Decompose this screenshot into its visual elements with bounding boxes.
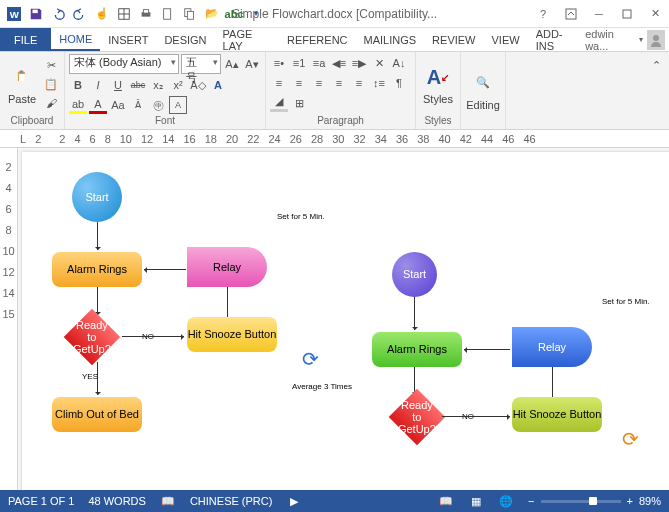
language[interactable]: CHINESE (PRC) — [190, 495, 273, 507]
align-right-icon[interactable]: ≡ — [310, 74, 328, 92]
table-icon[interactable] — [114, 4, 134, 24]
cut-icon[interactable]: ✂ — [42, 56, 60, 74]
minimize-icon[interactable]: ─ — [585, 2, 613, 26]
font-color-icon[interactable]: A — [89, 96, 107, 114]
user-name[interactable]: edwin wa... — [585, 28, 635, 52]
macro-icon[interactable]: ▶ — [286, 493, 302, 509]
font-size-select[interactable]: 五号 — [181, 54, 221, 74]
strike-button[interactable]: abc — [129, 76, 147, 94]
group-paragraph: ≡• ≡1 ≡a ◀≡ ≡▶ ✕ A↓ ≡ ≡ ≡ ≡ ≡ ↕≡ ¶ ◢ ⊞ — [266, 52, 416, 129]
copy-icon[interactable] — [180, 4, 200, 24]
tab-references[interactable]: REFERENC — [279, 28, 356, 51]
change-case-icon[interactable]: Aa — [109, 96, 127, 114]
paste-icon — [8, 63, 36, 91]
collapse-ribbon-icon[interactable]: ⌃ — [647, 56, 665, 74]
tab-review[interactable]: REVIEW — [424, 28, 483, 51]
svg-rect-16 — [19, 74, 25, 81]
highlight-icon[interactable]: ab — [69, 96, 87, 114]
font-family-select[interactable]: 宋体 (Body Asian) — [69, 54, 179, 74]
increase-indent-icon[interactable]: ≡▶ — [350, 54, 368, 72]
multilevel-icon[interactable]: ≡a — [310, 54, 328, 72]
line-spacing-icon[interactable]: ↕≡ — [370, 74, 388, 92]
quick-print-icon[interactable] — [136, 4, 156, 24]
help-icon[interactable]: ? — [529, 2, 557, 26]
undo-icon[interactable] — [48, 4, 68, 24]
bold-button[interactable]: B — [69, 76, 87, 94]
document-canvas[interactable]: Simple Flow Chart Start Alarm Rings Rela… — [18, 148, 669, 490]
save-icon[interactable] — [26, 4, 46, 24]
tab-addins[interactable]: ADD-INS — [528, 28, 586, 51]
text-effects-icon[interactable]: A — [209, 76, 227, 94]
enclose-icon[interactable]: ㊥ — [149, 96, 167, 114]
tab-view[interactable]: VIEW — [484, 28, 528, 51]
justify-icon[interactable]: ≡ — [330, 74, 348, 92]
align-center-icon[interactable]: ≡ — [290, 74, 308, 92]
sort-icon[interactable]: A↓ — [390, 54, 408, 72]
print-layout-icon[interactable]: ▦ — [468, 493, 484, 509]
tab-file[interactable]: FILE — [0, 28, 51, 51]
subscript-button[interactable]: x₂ — [149, 76, 167, 94]
touch-icon[interactable]: ☝ — [92, 4, 112, 24]
refresh-icon: ⟳ — [302, 347, 319, 371]
distributed-icon[interactable]: ≡ — [350, 74, 368, 92]
word-count[interactable]: 48 WORDS — [88, 495, 145, 507]
arrow — [227, 287, 228, 317]
shading-icon[interactable]: ◢ — [270, 94, 288, 112]
underline-button[interactable]: U — [109, 76, 127, 94]
redo-icon[interactable] — [70, 4, 90, 24]
zoom-level[interactable]: 89% — [639, 495, 661, 507]
phonetic-icon[interactable]: A̋ — [129, 96, 147, 114]
web-layout-icon[interactable]: 🌐 — [498, 493, 514, 509]
bullets-icon[interactable]: ≡• — [270, 54, 288, 72]
numbering-icon[interactable]: ≡1 — [290, 54, 308, 72]
open-icon[interactable]: 📂 — [202, 4, 222, 24]
fc1-relay: Relay — [187, 247, 267, 287]
arrow — [97, 287, 98, 315]
group-editing: 🔍 Editing — [461, 52, 505, 129]
zoom-out-button[interactable]: − — [528, 495, 534, 507]
avatar[interactable] — [647, 30, 665, 50]
align-left-icon[interactable]: ≡ — [270, 74, 288, 92]
paste-button[interactable]: Paste — [4, 54, 40, 114]
tab-mailings[interactable]: MAILINGS — [356, 28, 425, 51]
char-border-icon[interactable]: A — [169, 96, 187, 114]
svg-rect-12 — [623, 10, 631, 18]
vertical-ruler[interactable]: 246810121415 — [0, 148, 18, 490]
page-indicator[interactable]: PAGE 1 OF 1 — [8, 495, 74, 507]
shrink-font-icon[interactable]: A▾ — [243, 55, 261, 73]
find-icon: 🔍 — [469, 69, 497, 97]
editing-group-label — [465, 125, 501, 127]
tab-home[interactable]: HOME — [51, 28, 100, 51]
read-mode-icon[interactable]: 📖 — [438, 493, 454, 509]
svg-rect-7 — [143, 9, 148, 13]
arrow — [97, 222, 98, 250]
tab-insert[interactable]: INSERT — [100, 28, 156, 51]
horizontal-ruler[interactable]: L224681012141618202224262830323436384042… — [0, 130, 669, 148]
zoom-in-button[interactable]: + — [627, 495, 633, 507]
fc2-start: Start — [392, 252, 437, 297]
asian-layout-icon[interactable]: ✕ — [370, 54, 388, 72]
format-painter-icon[interactable]: 🖌 — [42, 94, 60, 112]
fc1-set: Set for 5 Min. — [277, 212, 325, 221]
decrease-indent-icon[interactable]: ◀≡ — [330, 54, 348, 72]
word-icon[interactable]: W — [4, 4, 24, 24]
borders-icon[interactable]: ⊞ — [290, 94, 308, 112]
ribbon-collapse-icon[interactable] — [557, 2, 585, 26]
grow-font-icon[interactable]: A▴ — [223, 55, 241, 73]
copy-icon[interactable]: 📋 — [42, 75, 60, 93]
superscript-button[interactable]: x² — [169, 76, 187, 94]
svg-text:W: W — [10, 8, 20, 19]
fc1-alarm: Alarm Rings — [52, 252, 142, 287]
zoom-slider[interactable] — [541, 500, 621, 503]
styles-button[interactable]: A↙ Styles — [420, 54, 456, 114]
editing-button[interactable]: 🔍 Editing — [465, 54, 501, 125]
tab-design[interactable]: DESIGN — [156, 28, 214, 51]
close-icon[interactable]: ✕ — [641, 2, 669, 26]
italic-button[interactable]: I — [89, 76, 107, 94]
new-icon[interactable] — [158, 4, 178, 24]
fc1-climb: Climb Out of Bed — [52, 397, 142, 432]
proofing-icon[interactable]: 📖 — [160, 493, 176, 509]
maximize-icon[interactable] — [613, 2, 641, 26]
tab-page-layout[interactable]: PAGE LAY — [215, 28, 279, 51]
show-marks-icon[interactable]: ¶ — [390, 74, 408, 92]
